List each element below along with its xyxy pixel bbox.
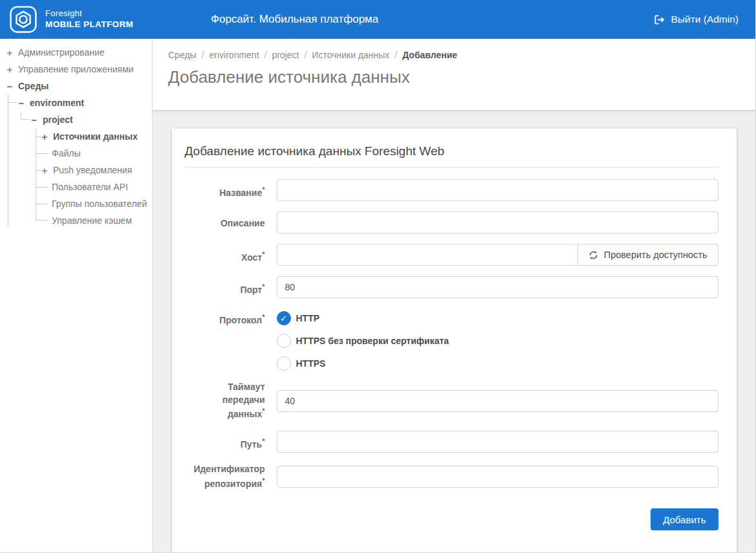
brand-subtitle: MOBILE PLATFORM xyxy=(45,19,133,30)
sidebar-item-push-уведомления[interactable]: +Push уведомления xyxy=(0,162,152,179)
sidebar-item-label: Управление приложениями xyxy=(18,64,134,74)
app-header: Foresight MOBILE PLATFORM Форсайт. Мобил… xyxy=(0,0,755,39)
required-mark: * xyxy=(262,283,265,290)
sidebar-item-управление-кэшем[interactable]: Управление кэшем xyxy=(0,212,152,229)
host-label: Хост* xyxy=(185,244,265,266)
port-input[interactable] xyxy=(277,276,718,298)
sidebar-item-label: Источники данных xyxy=(53,131,138,142)
protocol-option-https-без-проверки-сертификата[interactable]: HTTPS без проверки сертификата xyxy=(277,334,718,348)
radio-option-label: HTTPS xyxy=(296,358,326,369)
sidebar-item-label: project xyxy=(43,114,73,125)
name-input[interactable] xyxy=(277,179,718,201)
sidebar-item-источники-данных[interactable]: +Источники данных xyxy=(0,128,152,145)
protocol-radio-group: ✓HTTPHTTPS без проверки сертификатаHTTPS xyxy=(277,309,718,371)
main-content: Среды/environment/project/Источники данн… xyxy=(153,39,755,552)
form-row-protocol: Протокол* ✓HTTPHTTPS без проверки сертиф… xyxy=(185,309,718,371)
add-datasource-card: Добавление источника данных Foresight We… xyxy=(172,129,737,552)
repository-input[interactable] xyxy=(277,466,718,488)
breadcrumb-item-3[interactable]: project xyxy=(272,50,299,60)
host-input[interactable] xyxy=(277,244,578,266)
required-mark: * xyxy=(262,477,265,484)
required-mark: * xyxy=(262,250,265,258)
breadcrumb-separator: / xyxy=(394,50,397,60)
page-header: Среды/environment/project/Источники данн… xyxy=(153,39,755,111)
expand-icon[interactable]: + xyxy=(5,47,14,58)
collapse-icon[interactable]: − xyxy=(30,114,39,125)
app-logo[interactable]: Foresight MOBILE PLATFORM xyxy=(9,5,133,34)
breadcrumb-item-2[interactable]: environment xyxy=(210,50,259,60)
sidebar-item-project[interactable]: −project xyxy=(0,111,152,128)
sidebar-item-label: environment xyxy=(30,98,84,108)
form-row-path: Путь* xyxy=(185,431,718,453)
logout-icon xyxy=(654,14,665,25)
required-mark: * xyxy=(262,437,265,445)
form-row-timeout: Таймаутпередачи данных* xyxy=(185,381,718,420)
breadcrumb-item-4[interactable]: Источники данных xyxy=(312,50,389,60)
required-mark: * xyxy=(262,186,265,193)
sidebar-item-environment[interactable]: −environment xyxy=(0,94,152,111)
repository-label: Идентификаторрепозитория* xyxy=(185,463,265,490)
radio-option-label: HTTP xyxy=(296,313,320,323)
sidebar-item-label: Группы пользователей xyxy=(52,199,147,209)
protocol-option-http[interactable]: ✓HTTP xyxy=(277,311,718,325)
sidebar-item-label: Файлы xyxy=(52,148,80,158)
breadcrumb-item-5: Добавление xyxy=(402,50,457,60)
breadcrumb-separator: / xyxy=(202,50,204,60)
page-body: Добавление источника данных Foresight We… xyxy=(153,111,755,552)
sidebar-item-администрирование[interactable]: +Администрирование xyxy=(0,44,152,61)
protocol-option-https[interactable]: HTTPS xyxy=(277,356,718,371)
refresh-icon xyxy=(589,250,598,260)
form-row-repository: Идентификаторрепозитория* xyxy=(185,463,718,490)
tree: +Администрирование+Управление приложения… xyxy=(0,44,152,229)
sidebar-item-группы-пользователей[interactable]: Группы пользователей xyxy=(0,195,152,212)
expand-icon[interactable]: + xyxy=(40,165,49,176)
sidebar-item-label: Push уведомления xyxy=(53,165,132,175)
breadcrumb-separator: / xyxy=(304,50,307,60)
path-label: Путь* xyxy=(185,431,265,453)
expand-icon[interactable]: + xyxy=(5,64,14,75)
form-row-port: Порт* xyxy=(185,276,718,298)
sidebar-item-управление-приложениями[interactable]: +Управление приложениями xyxy=(0,61,152,78)
required-mark: * xyxy=(262,313,265,321)
collapse-icon[interactable]: − xyxy=(17,98,26,109)
collapse-icon[interactable]: − xyxy=(5,81,14,92)
check-availability-label: Проверить доступность xyxy=(604,250,707,260)
app-title: Форсайт. Мобильная платформа xyxy=(211,13,378,26)
form-actions: Добавить xyxy=(185,508,718,530)
timeout-input[interactable] xyxy=(277,390,718,412)
brand-name: Foresight xyxy=(45,8,133,19)
path-input[interactable] xyxy=(277,431,718,453)
timeout-label: Таймаутпередачи данных* xyxy=(185,381,265,420)
sidebar-item-пользователи-api[interactable]: Пользователи API xyxy=(0,179,152,195)
radio-checked-icon[interactable]: ✓ xyxy=(277,311,291,325)
sidebar-item-среды[interactable]: −Среды xyxy=(0,78,152,94)
sidebar-item-label: Администрирование xyxy=(18,47,105,58)
sidebar-item-label: Среды xyxy=(18,81,49,91)
form-row-description: Описание xyxy=(185,211,718,233)
radio-unchecked-icon[interactable] xyxy=(277,356,291,371)
port-label: Порт* xyxy=(185,276,265,298)
sidebar-navigation-tree: +Администрирование+Управление приложения… xyxy=(0,39,153,552)
page-title: Добавление источника данных xyxy=(168,67,740,87)
app-window: Foresight MOBILE PLATFORM Форсайт. Мобил… xyxy=(0,0,756,553)
submit-button[interactable]: Добавить xyxy=(651,508,718,530)
breadcrumb-item-1[interactable]: Среды xyxy=(168,50,197,60)
form-row-name: Название* xyxy=(185,179,718,201)
expand-icon[interactable]: + xyxy=(40,131,49,142)
protocol-label: Протокол* xyxy=(185,309,265,371)
add-datasource-form: Название* Описание Хост* xyxy=(185,179,718,530)
required-mark: * xyxy=(262,407,265,415)
sidebar-item-label: Управление кэшем xyxy=(52,215,132,226)
form-row-host: Хост* xyxy=(185,244,718,266)
description-input[interactable] xyxy=(277,211,718,233)
sidebar-item-файлы[interactable]: Файлы xyxy=(0,145,152,162)
card-title: Добавление источника данных Foresight We… xyxy=(185,139,718,168)
check-availability-button[interactable]: Проверить доступность xyxy=(578,244,718,266)
logout-button[interactable]: Выйти (Admin) xyxy=(654,14,739,25)
description-label: Описание xyxy=(185,211,265,233)
name-label: Название* xyxy=(185,179,265,201)
breadcrumb-separator: / xyxy=(265,50,267,60)
breadcrumb: Среды/environment/project/Источники данн… xyxy=(168,50,740,60)
sidebar-item-label: Пользователи API xyxy=(52,182,128,192)
radio-unchecked-icon[interactable] xyxy=(277,334,291,348)
